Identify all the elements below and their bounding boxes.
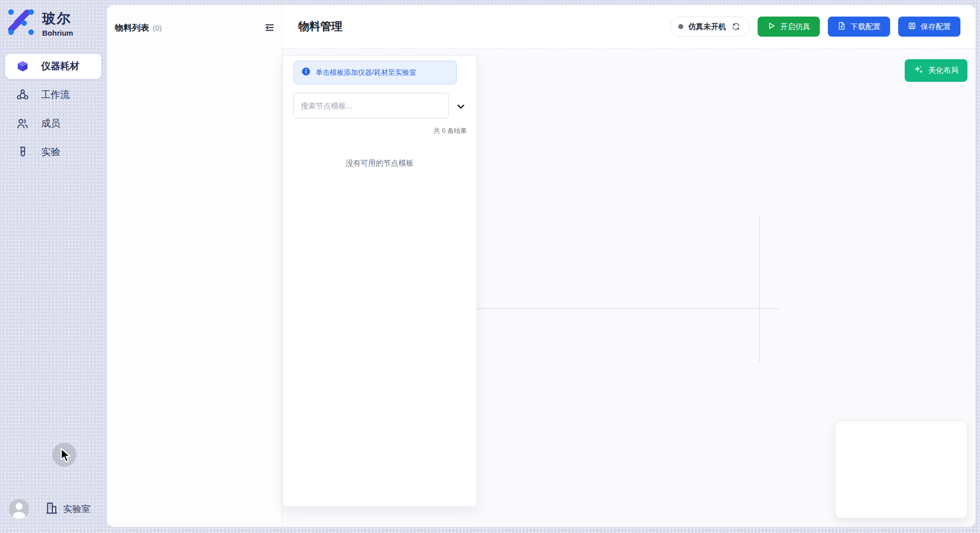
minimap-panel[interactable] xyxy=(835,421,967,518)
status-label: 仿真未开机 xyxy=(688,22,726,32)
page-title: 物料管理 xyxy=(298,19,342,34)
results-count: 共 0 条结果 xyxy=(294,126,467,136)
sidebar-item-label: 工作流 xyxy=(41,88,70,101)
beautify-layout-button[interactable]: 美化布局 xyxy=(905,59,967,82)
avatar[interactable] xyxy=(9,499,29,519)
material-list-count: (0) xyxy=(153,24,162,32)
save-icon xyxy=(908,22,916,32)
brand-name-en: Bohrium xyxy=(42,29,73,37)
save-config-label: 保存配置 xyxy=(921,22,951,32)
material-list-header: 物料列表 (0) xyxy=(115,22,276,34)
sidebar-item-members[interactable]: 成员 xyxy=(5,111,101,136)
cube-icon xyxy=(16,60,29,73)
members-icon xyxy=(16,117,29,130)
sidebar-item-label: 实验 xyxy=(41,146,60,159)
info-icon xyxy=(301,67,311,78)
beautify-layout-label: 美化布局 xyxy=(928,66,958,75)
header-actions: 仿真未开机 开启仿真 xyxy=(670,17,960,37)
sidebar-item-label: 仪器耗材 xyxy=(41,60,79,73)
workflow-icon xyxy=(16,88,29,101)
material-list-panel: 物料列表 (0) xyxy=(107,5,282,527)
bohrium-logo-icon xyxy=(8,8,36,38)
lab-entry[interactable]: 实验室 xyxy=(45,501,90,517)
template-hint-banner[interactable]: 单击模板添加仪器/耗材至实验室 xyxy=(294,61,457,84)
start-simulation-button[interactable]: 开启仿真 xyxy=(758,17,820,37)
file-download-icon xyxy=(837,22,846,32)
simulation-status-pill[interactable]: 仿真未开机 xyxy=(670,17,750,37)
sidebar-item-label: 成员 xyxy=(41,117,60,130)
sidebar-item-workflow[interactable]: 工作流 xyxy=(5,82,101,107)
sidebar-item-experiment[interactable]: 实验 xyxy=(5,140,101,165)
sidebar-footer: 实验室 xyxy=(9,499,90,519)
empty-templates-text: 没有可用的节点模板 xyxy=(283,159,476,168)
status-dot-icon xyxy=(678,24,683,29)
search-template-input[interactable] xyxy=(293,93,449,118)
download-config-label: 下载配置 xyxy=(850,22,881,32)
node-template-panel: 单击模板添加仪器/耗材至实验室 共 0 条结果 没有可用的节点模板 xyxy=(282,55,477,507)
sidebar-nav: 仪器耗材 工作流 成员 xyxy=(5,54,101,168)
sidebar-item-instruments[interactable]: 仪器耗材 xyxy=(5,54,101,79)
start-simulation-label: 开启仿真 xyxy=(780,22,810,32)
download-config-button[interactable]: 下载配置 xyxy=(828,17,890,37)
material-list-title: 物料列表 xyxy=(115,22,149,34)
brand-logo: 玻尔 Bohrium xyxy=(8,8,73,38)
play-icon xyxy=(767,22,776,32)
flow-canvas[interactable]: 单击模板添加仪器/耗材至实验室 共 0 条结果 没有可用的节点模板 美化布局 xyxy=(282,49,975,527)
mouse-cursor-icon xyxy=(60,448,73,465)
sparkles-icon xyxy=(914,65,924,76)
page-header: 物料管理 仿真未开机 xyxy=(282,5,975,49)
building-icon xyxy=(45,501,59,517)
refresh-icon[interactable] xyxy=(731,22,741,32)
chevron-down-icon[interactable] xyxy=(455,101,466,112)
alignment-guide-vertical xyxy=(759,216,760,361)
brand-name-cn: 玻尔 xyxy=(42,10,73,28)
alignment-guide-horizontal xyxy=(477,308,779,309)
collapse-panel-button[interactable] xyxy=(264,22,276,34)
lab-label: 实验室 xyxy=(63,503,90,515)
experiment-icon xyxy=(16,146,29,159)
sidebar: 玻尔 Bohrium 仪器耗材 xyxy=(0,0,107,533)
main-card: 物料列表 (0) 物料管理 仿真未开机 xyxy=(107,5,975,527)
save-config-button[interactable]: 保存配置 xyxy=(898,17,960,37)
template-hint-text: 单击模板添加仪器/耗材至实验室 xyxy=(316,68,416,77)
